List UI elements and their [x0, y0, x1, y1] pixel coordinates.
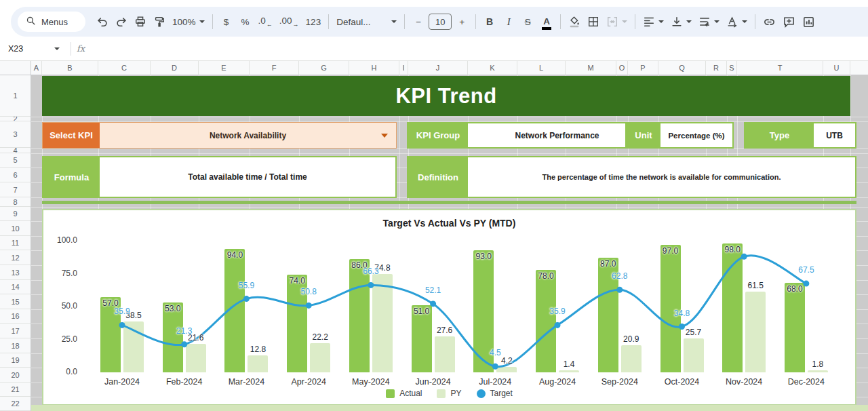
text-rotation-button[interactable]	[724, 13, 750, 31]
decrease-decimal-button[interactable]: .0←	[256, 13, 275, 31]
fill-color-button[interactable]	[566, 13, 583, 31]
row-header-2[interactable]: 2	[0, 117, 31, 121]
zoom-select[interactable]: 100%	[170, 13, 208, 31]
bold-button[interactable]: B	[481, 13, 498, 31]
select-all-corner[interactable]	[0, 61, 31, 75]
row-header-4[interactable]: 4	[0, 148, 31, 153]
row-header-6[interactable]: 6	[0, 168, 31, 182]
column-header-row: ABCDEFGHIJKLMOPQRSTU	[0, 61, 868, 75]
column-header-Q[interactable]: Q	[658, 61, 706, 75]
print-button[interactable]	[132, 13, 149, 31]
row-header-16[interactable]: 16	[0, 309, 31, 324]
insert-chart-button[interactable]	[800, 13, 818, 31]
row-header-5[interactable]: 5	[0, 153, 31, 168]
increase-font-size-button[interactable]: +	[453, 13, 471, 31]
text-wrap-button[interactable]	[696, 13, 722, 31]
column-header-I[interactable]: I	[399, 61, 408, 75]
strikethrough-button[interactable]: S	[519, 13, 536, 31]
decrease-font-size-button[interactable]: −	[410, 13, 427, 31]
column-header-K[interactable]: K	[468, 61, 517, 75]
fill-color-icon	[568, 16, 580, 28]
target-data-label: 55.9	[231, 281, 261, 290]
column-header-filler	[850, 61, 868, 75]
row-header-8[interactable]: 8	[0, 197, 31, 207]
row-header-21[interactable]: 21	[0, 383, 31, 397]
minus-icon: −	[416, 17, 421, 27]
menus-search[interactable]: Menus	[18, 12, 85, 32]
row-header-13[interactable]: 13	[0, 265, 31, 280]
column-header-C[interactable]: C	[98, 61, 151, 75]
legend-marker-py	[437, 389, 446, 398]
sheet-grid[interactable]: KPI Trend Select KPI Network Availabilit…	[31, 75, 868, 411]
column-header-B[interactable]: B	[42, 61, 98, 75]
column-header-P[interactable]: P	[628, 61, 658, 75]
actual-data-label: 93.0	[469, 252, 498, 261]
font-select[interactable]: Defaul...	[334, 13, 399, 31]
chevron-down-icon	[686, 20, 692, 23]
format-percent-button[interactable]: %	[237, 13, 254, 31]
row-header-11[interactable]: 11	[0, 236, 31, 250]
format-currency-button[interactable]: $	[218, 13, 235, 31]
py-data-label: 61.5	[741, 281, 770, 290]
py-bar	[372, 274, 393, 372]
column-header-J[interactable]: J	[408, 61, 468, 75]
row-header-20[interactable]: 20	[0, 368, 31, 383]
row-header-22[interactable]: 22	[0, 397, 31, 411]
redo-button[interactable]	[113, 13, 130, 31]
dashboard-title-banner: KPI Trend	[42, 76, 850, 116]
legend-item-py: PY	[437, 389, 461, 398]
more-formats-button[interactable]: 123	[303, 13, 324, 31]
column-header-A[interactable]: A	[31, 61, 42, 75]
increase-decimal-button[interactable]: .00→	[277, 13, 302, 31]
column-header-U[interactable]: U	[823, 61, 850, 75]
insert-comment-button[interactable]	[780, 13, 798, 31]
row-header-10[interactable]: 10	[0, 221, 31, 236]
py-bar	[559, 370, 579, 372]
row-header-7[interactable]: 7	[0, 182, 31, 197]
merge-cells-button[interactable]	[604, 13, 630, 31]
name-box[interactable]: X23	[0, 44, 65, 54]
row-header-1[interactable]: 1	[0, 75, 31, 117]
row-header-18[interactable]: 18	[0, 338, 31, 353]
increase-decimal-icon: .00→	[279, 16, 299, 28]
actual-bar	[722, 243, 743, 372]
undo-button[interactable]	[94, 13, 111, 31]
borders-button[interactable]	[585, 13, 602, 31]
kpi-dropdown[interactable]: Network Availability	[100, 123, 396, 148]
text-color-button[interactable]: A	[538, 13, 555, 31]
italic-button[interactable]: I	[500, 13, 517, 31]
paint-format-button[interactable]	[151, 13, 168, 31]
horizontal-align-button[interactable]	[640, 13, 667, 31]
column-header-E[interactable]: E	[199, 61, 250, 75]
column-header-L[interactable]: L	[517, 61, 566, 75]
column-header-O[interactable]: O	[616, 61, 628, 75]
column-header-R[interactable]: R	[706, 61, 727, 75]
column-header-T[interactable]: T	[737, 61, 823, 75]
chart-title: Target Vs Actual Vs PY (MTD)	[43, 218, 855, 229]
actual-data-label: 78.0	[531, 271, 561, 281]
row-header-15[interactable]: 15	[0, 294, 31, 309]
target-data-label: 35.9	[107, 307, 137, 316]
row-header-9[interactable]: 9	[0, 207, 31, 221]
row-header-12[interactable]: 12	[0, 250, 31, 265]
column-header-F[interactable]: F	[250, 61, 299, 75]
column-header-H[interactable]: H	[349, 61, 399, 75]
month-label: Jun-2024	[406, 377, 460, 387]
insert-link-button[interactable]	[760, 13, 778, 31]
text-rotation-icon	[726, 16, 738, 28]
kpi-trend-chart[interactable]: Target Vs Actual Vs PY (MTD) ActualPYTar…	[42, 209, 856, 406]
formula-widget: Formula Total available time / Total tim…	[42, 156, 397, 198]
row-header-3[interactable]: 3	[0, 121, 31, 148]
row-headers: 12345678910111213141516171819202122	[0, 75, 31, 411]
column-header-G[interactable]: G	[299, 61, 349, 75]
column-header-M[interactable]: M	[566, 61, 616, 75]
row-header-17[interactable]: 17	[0, 324, 31, 338]
row-header-14[interactable]: 14	[0, 280, 31, 294]
column-header-D[interactable]: D	[151, 61, 199, 75]
column-header-S[interactable]: S	[727, 61, 737, 75]
row-header-19[interactable]: 19	[0, 353, 31, 368]
chart-icon	[802, 16, 815, 28]
vertical-align-button[interactable]	[668, 13, 694, 31]
py-bar	[621, 345, 642, 373]
font-size-input[interactable]: 10	[429, 14, 452, 30]
